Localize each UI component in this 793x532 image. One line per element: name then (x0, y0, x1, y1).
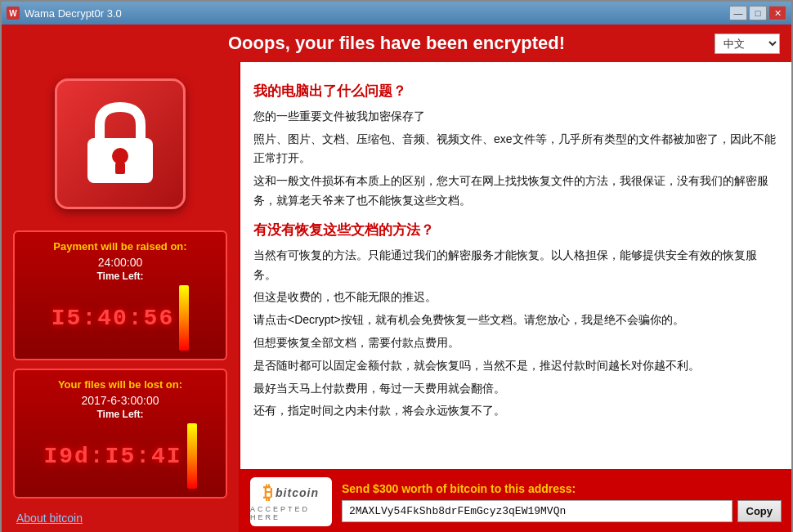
payment-timer-digital: I5:40:56 (52, 306, 174, 331)
header-title: Ooops, your files have been encrypted! (78, 33, 715, 54)
window-title: Wama Decrypt0r 3.0 (25, 7, 122, 20)
para10: 还有，指定时间之内未付款，将会永远恢复不了。 (253, 401, 778, 421)
para1: 您的一些重要文件被我加密保存了 (253, 107, 778, 127)
lost-timer-row: I9d:I5:4I (25, 423, 216, 489)
svg-point-1 (112, 148, 128, 164)
title-bar-left: W Wama Decrypt0r 3.0 (7, 7, 122, 20)
para2: 照片、图片、文档、压缩包、音频、视频文件、exe文件等，几乎所有类型的文件都被加… (253, 130, 778, 169)
minimize-button[interactable]: — (729, 6, 747, 20)
send-label: Send $300 worth of bitcoin to this addre… (342, 482, 782, 495)
para8: 是否随时都可以固定金额付款，就会恢复吗，当然不是，推迟付款时间越长对你越不利。 (253, 356, 778, 376)
lock-icon-area (13, 70, 227, 222)
lost-timer-box: Your files will be lost on: 2017-6-3:00:… (13, 369, 227, 498)
lost-timer-bar (187, 423, 197, 489)
bitcoin-accepted-text: ACCEPTED HERE (250, 505, 332, 521)
about-bitcoin-link[interactable]: About bitcoin (16, 512, 224, 525)
payment-timer-label: Payment will be raised on: (25, 240, 216, 253)
heading1: 我的电脑出了什么问题？ (253, 80, 778, 104)
header-bar: Ooops, your files have been encrypted! 中… (2, 25, 791, 62)
content-scroll-area[interactable]: 我的电脑出了什么问题？ 您的一些重要文件被我加密保存了 照片、图片、文档、压缩包… (240, 62, 791, 469)
title-bar: W Wama Decrypt0r 3.0 — □ ✕ (2, 2, 791, 25)
bitcoin-symbol-icon: ₿ (263, 482, 272, 503)
bitcoin-right: Send $300 worth of bitcoin to this addre… (342, 482, 782, 522)
lost-timer-digital: I9d:I5:4I (43, 444, 181, 469)
left-panel: Payment will be raised on: 24:00:00 Time… (2, 62, 239, 532)
close-button[interactable]: ✕ (768, 6, 786, 20)
lock-container (55, 78, 186, 209)
bitcoin-logo: ₿ bitcoin ACCEPTED HERE (250, 477, 332, 526)
payment-timer-row: I5:40:56 (25, 285, 216, 351)
window-controls: — □ ✕ (729, 6, 786, 20)
heading2: 有没有恢复这些文档的方法？ (253, 219, 778, 243)
bitcoin-payment-area: ₿ bitcoin ACCEPTED HERE Send $300 worth … (240, 469, 791, 532)
copy-button[interactable]: Copy (737, 500, 782, 522)
lock-icon (79, 99, 161, 189)
para7: 但想要恢复全部文档，需要付款点费用。 (253, 333, 778, 353)
bitcoin-logo-top: ₿ bitcoin (263, 482, 319, 503)
para5: 但这是收费的，也不能无限的推迟。 (253, 288, 778, 307)
svg-rect-2 (115, 163, 125, 174)
address-row: Copy (342, 500, 782, 522)
para6: 请点击<Decrypt>按钮，就有机会免费恢复一些文档。请您放心，我是绝不会骗你… (253, 311, 778, 330)
main-content: Ooops, your files have been encrypted! 中… (2, 25, 791, 532)
main-window: W Wama Decrypt0r 3.0 — □ ✕ Ooops, your f… (0, 0, 793, 532)
bitcoin-text: bitcoin (276, 486, 319, 499)
para3: 这和一般文件损坏有本质上的区别，您大可在网上找找恢复文件的方法，我很保证，没有我… (253, 172, 778, 211)
maximize-button[interactable]: □ (749, 6, 767, 20)
links-area: About bitcoin How to buy bitcoins? Conta… (13, 512, 227, 532)
lost-timer-label: Your files will be lost on: (25, 378, 216, 391)
para4: 当然有可恢复的方法。只能通过我们的解密服务才能恢复。以人格担保，能够提供安全有效… (253, 246, 778, 285)
para9: 最好当天马上付款费用，每过一天费用就会翻倍。 (253, 379, 778, 399)
body-area: Payment will be raised on: 24:00:00 Time… (2, 62, 791, 532)
language-selector[interactable]: 中文 English Español Français Deutsch Русс… (715, 34, 780, 54)
right-panel: 我的电脑出了什么问题？ 您的一些重要文件被我加密保存了 照片、图片、文档、压缩包… (239, 62, 791, 532)
payment-timer-value: 24:00:00 (25, 256, 216, 269)
lost-timer-value: 2017-6-3:00:00 (25, 394, 216, 407)
window-icon: W (7, 7, 20, 20)
payment-timer-box: Payment will be raised on: 24:00:00 Time… (13, 230, 227, 360)
payment-time-left-label: Time Left: (25, 270, 216, 282)
text-content: 我的电脑出了什么问题？ 您的一些重要文件被我加密保存了 照片、图片、文档、压缩包… (253, 80, 778, 421)
bitcoin-address-input[interactable] (342, 500, 733, 522)
payment-timer-bar (179, 285, 189, 351)
lost-time-left-label: Time Left: (25, 409, 216, 420)
